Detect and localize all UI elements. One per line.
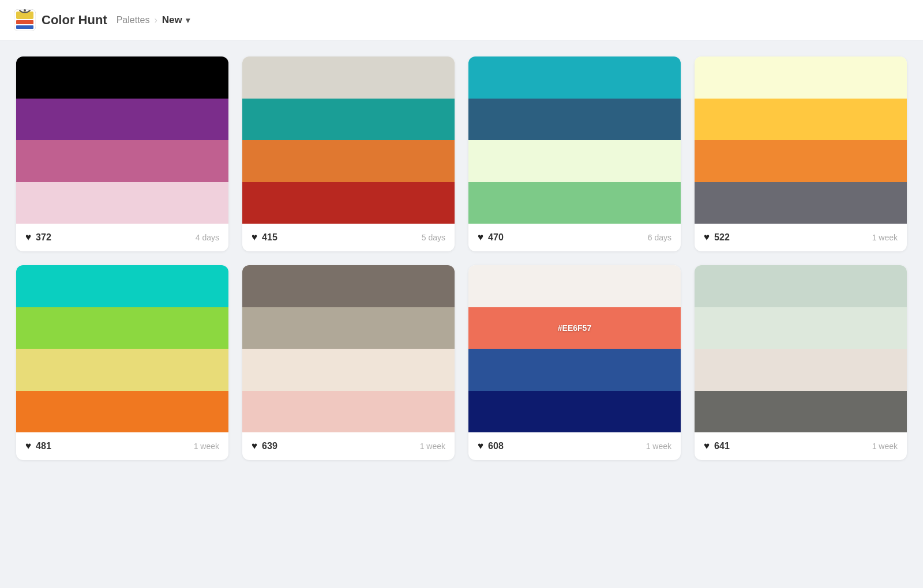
- time-ago: 6 days: [648, 233, 671, 242]
- color-strip: [468, 391, 681, 433]
- likes-count[interactable]: ♥372: [25, 232, 51, 243]
- svg-rect-2: [16, 20, 33, 24]
- palette-card[interactable]: ♥6411 week: [695, 265, 907, 460]
- svg-point-4: [24, 9, 26, 12]
- color-strip: [16, 56, 228, 99]
- color-strip: [695, 140, 907, 182]
- color-strip: [468, 349, 681, 391]
- breadcrumb: Palettes › New ▾: [117, 14, 190, 26]
- likes-number: 639: [262, 441, 277, 451]
- likes-count[interactable]: ♥641: [704, 440, 730, 452]
- card-footer: ♥4155 days: [242, 224, 455, 251]
- time-ago: 1 week: [194, 442, 219, 451]
- heart-icon: ♥: [25, 440, 31, 452]
- likes-number: 641: [714, 441, 730, 451]
- color-strip: [16, 307, 228, 349]
- color-strip: [242, 140, 455, 182]
- time-ago: 4 days: [196, 233, 219, 242]
- heart-icon: ♥: [252, 232, 257, 243]
- color-strip: [695, 391, 907, 433]
- color-strip: [16, 140, 228, 182]
- color-code-label: #EE6F57: [558, 323, 591, 333]
- heart-icon: ♥: [704, 440, 710, 452]
- palette-card[interactable]: ♥6391 week: [242, 265, 455, 460]
- card-footer: ♥6391 week: [242, 432, 455, 460]
- heart-icon: ♥: [25, 232, 31, 243]
- palette-card[interactable]: ♥3724 days: [16, 56, 228, 251]
- card-footer: ♥4811 week: [16, 432, 228, 460]
- card-footer: ♥6081 week: [468, 432, 681, 460]
- likes-number: 415: [262, 232, 277, 243]
- heart-icon: ♥: [252, 440, 257, 452]
- time-ago: 1 week: [872, 442, 898, 451]
- color-strip: [16, 99, 228, 141]
- color-strip: [468, 140, 681, 182]
- logo-text: Color Hunt: [42, 13, 107, 28]
- card-footer: ♥6411 week: [695, 432, 907, 460]
- palette-card[interactable]: ♥5221 week: [695, 56, 907, 251]
- color-strip: [242, 56, 455, 99]
- color-strip: [468, 56, 681, 99]
- likes-number: 470: [488, 232, 504, 243]
- color-strip: [16, 265, 228, 307]
- color-strip: [242, 182, 455, 224]
- color-strip: [695, 307, 907, 349]
- likes-number: 372: [36, 232, 51, 243]
- color-strip: [468, 265, 681, 307]
- main-content: ♥3724 days♥4155 days♥4706 days♥5221 week…: [0, 40, 923, 476]
- color-strip: [468, 99, 681, 141]
- likes-count[interactable]: ♥608: [478, 440, 504, 452]
- palette-card[interactable]: ♥4811 week: [16, 265, 228, 460]
- palette-card[interactable]: ♥4155 days: [242, 56, 455, 251]
- likes-number: 608: [488, 441, 504, 451]
- likes-number: 522: [714, 232, 730, 243]
- likes-count[interactable]: ♥415: [252, 232, 277, 243]
- card-footer: ♥5221 week: [695, 224, 907, 251]
- nav-palettes[interactable]: Palettes: [117, 15, 150, 25]
- likes-count[interactable]: ♥470: [478, 232, 504, 243]
- color-strip: [242, 391, 455, 433]
- color-strip: [242, 265, 455, 307]
- svg-rect-3: [16, 25, 33, 29]
- color-strip: [16, 182, 228, 224]
- color-strip: [242, 307, 455, 349]
- heart-icon: ♥: [478, 232, 483, 243]
- heart-icon: ♥: [704, 232, 710, 243]
- color-strip: [695, 99, 907, 141]
- chevron-down-icon: ▾: [186, 16, 190, 25]
- color-strip: #EE6F57: [468, 307, 681, 349]
- time-ago: 5 days: [422, 233, 445, 242]
- logo-icon: [14, 9, 36, 31]
- card-footer: ♥3724 days: [16, 224, 228, 251]
- card-footer: ♥4706 days: [468, 224, 681, 251]
- color-strip: [16, 391, 228, 433]
- color-strip: [242, 349, 455, 391]
- likes-count[interactable]: ♥481: [25, 440, 51, 452]
- time-ago: 1 week: [420, 442, 445, 451]
- color-strip: [468, 182, 681, 224]
- color-strip: [695, 182, 907, 224]
- time-ago: 1 week: [872, 233, 898, 242]
- heart-icon: ♥: [478, 440, 483, 452]
- breadcrumb-separator: ›: [154, 15, 157, 25]
- color-strip: [695, 56, 907, 99]
- color-strip: [695, 349, 907, 391]
- color-strip: [242, 99, 455, 141]
- likes-count[interactable]: ♥522: [704, 232, 730, 243]
- logo-link[interactable]: Color Hunt: [14, 9, 107, 31]
- palette-card[interactable]: ♥4706 days: [468, 56, 681, 251]
- nav-current[interactable]: New ▾: [162, 14, 190, 26]
- site-header: Color Hunt Palettes › New ▾: [0, 0, 923, 40]
- likes-count[interactable]: ♥639: [252, 440, 277, 452]
- palette-card[interactable]: #EE6F57♥6081 week: [468, 265, 681, 460]
- time-ago: 1 week: [646, 442, 671, 451]
- color-strip: [695, 265, 907, 307]
- color-strip: [16, 349, 228, 391]
- palette-grid: ♥3724 days♥4155 days♥4706 days♥5221 week…: [16, 56, 907, 460]
- likes-number: 481: [36, 441, 51, 451]
